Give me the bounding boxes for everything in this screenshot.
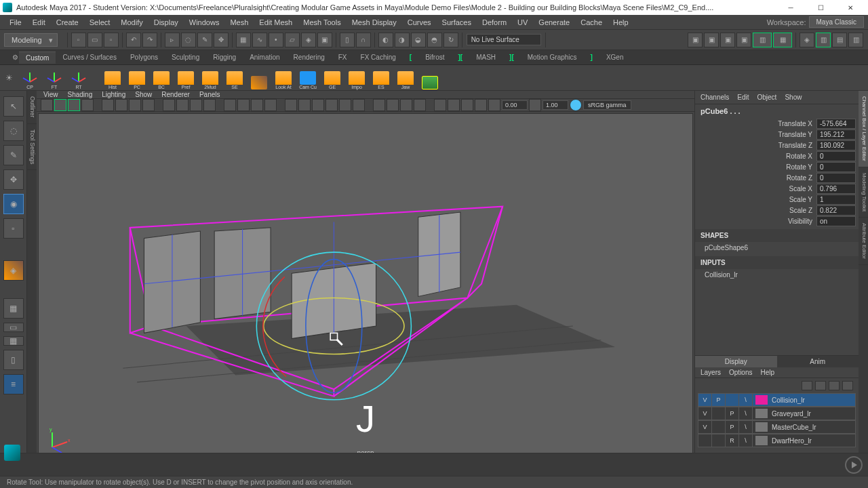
vp-tool-icon[interactable] xyxy=(237,99,250,111)
ch-menu-channels[interactable]: Channels xyxy=(701,94,729,101)
layer-move-up-icon[interactable] xyxy=(802,381,812,390)
vp-tool-icon[interactable] xyxy=(488,99,500,111)
menu-create[interactable]: Create xyxy=(51,16,84,28)
vp-menu-lighting[interactable]: Lighting xyxy=(102,91,125,98)
shelf-item[interactable]: GE xyxy=(321,66,344,89)
vp-tool-icon[interactable] xyxy=(434,99,446,111)
right-tab-channelbox[interactable]: Channel Box / Layer Editor xyxy=(859,91,868,167)
layer-row[interactable]: VP\Collision_lr xyxy=(698,393,856,407)
menu-uv[interactable]: UV xyxy=(512,16,533,28)
menu-display[interactable]: Display xyxy=(149,16,184,28)
input-name[interactable]: Collision_lr xyxy=(695,269,859,281)
sym-z-icon[interactable]: ◒ xyxy=(411,33,426,47)
history-icon[interactable]: ↻ xyxy=(443,33,458,47)
select-tool[interactable]: ↖ xyxy=(3,96,24,117)
menu-edit[interactable]: Edit xyxy=(27,16,51,28)
snap-plane-icon[interactable]: ▱ xyxy=(285,33,300,47)
vp-menu-show[interactable]: Show xyxy=(135,91,152,98)
toolsettings-tab[interactable]: Tool Settings xyxy=(27,124,37,171)
channel-value[interactable]: 195.212 xyxy=(816,129,856,140)
menu-select[interactable]: Select xyxy=(84,16,116,28)
sym-off-icon[interactable]: ◓ xyxy=(427,33,442,47)
vp-tool-icon[interactable] xyxy=(529,99,541,111)
shelf-tab-rendering[interactable]: Rendering xyxy=(287,52,332,63)
shelf-tab-sculpting[interactable]: Sculpting xyxy=(165,52,206,63)
shelf-tab-bifrost[interactable]: Bifrost xyxy=(418,52,451,63)
layer-new-empty-icon[interactable] xyxy=(829,381,840,390)
shelf-item[interactable]: Hist xyxy=(101,66,124,89)
right-tab-attribute[interactable]: Attribute Editor xyxy=(859,218,868,265)
channel-value[interactable]: 0 xyxy=(816,151,856,161)
menu-generate[interactable]: Generate xyxy=(533,16,575,28)
shelf-item[interactable]: Cam Cu xyxy=(296,66,319,89)
vp-tool-icon[interactable] xyxy=(81,99,94,111)
shelf-tab-xgen[interactable]: XGen xyxy=(599,52,631,63)
view-cube-icon[interactable]: ▦ xyxy=(3,298,24,319)
magnet-icon[interactable]: ∩ xyxy=(356,33,371,47)
minimize-button[interactable]: ─ xyxy=(776,0,806,15)
shelf-tab-curves[interactable]: Curves / Surfaces xyxy=(56,52,123,63)
shelf-tab-custom[interactable]: Custom xyxy=(19,52,56,64)
vp-tool-icon[interactable] xyxy=(203,99,216,111)
redo-icon[interactable]: ↷ xyxy=(142,33,157,47)
ch-menu-edit[interactable]: Edit xyxy=(737,94,749,101)
channel-value[interactable]: -575.664 xyxy=(816,119,856,129)
layout-four-icon[interactable]: ▦ xyxy=(3,336,24,346)
vp-tool-icon[interactable] xyxy=(387,99,399,111)
snap-view-icon[interactable]: ▣ xyxy=(317,33,332,47)
vp-colorspace[interactable]: sRGB gamma xyxy=(583,100,631,110)
layer-tab-display[interactable]: Display xyxy=(695,356,777,367)
vp-tool-icon[interactable] xyxy=(68,99,80,111)
menu-deform[interactable]: Deform xyxy=(477,16,512,28)
shelf-item[interactable]: PC xyxy=(125,66,149,89)
shelf-item[interactable]: ES xyxy=(370,66,393,89)
rotate-tool[interactable]: ◉ xyxy=(3,194,24,214)
layout-single-icon[interactable]: ▭ xyxy=(3,323,24,332)
menu-meshdisplay[interactable]: Mesh Display xyxy=(347,16,402,28)
channel-value[interactable]: 0 xyxy=(816,162,856,172)
vp-tool-icon[interactable] xyxy=(190,99,202,111)
move-tool[interactable]: ✥ xyxy=(3,169,24,190)
channel-value[interactable]: 0.796 xyxy=(816,184,856,194)
channel-value[interactable]: 0.822 xyxy=(816,205,856,216)
vp-tool-icon[interactable] xyxy=(353,99,365,111)
shelf-item[interactable]: CP xyxy=(18,66,41,89)
handle-icon[interactable]: ✥ xyxy=(214,33,229,47)
vp-gamma-field[interactable]: 1.00 xyxy=(542,100,568,110)
layer-row[interactable]: VP\Graveyard_lr xyxy=(698,407,856,420)
snap-grid-icon[interactable]: ▦ xyxy=(236,33,251,47)
hypershade-icon[interactable]: ▣ xyxy=(736,33,751,47)
new-scene-icon[interactable]: ▫ xyxy=(71,33,86,47)
module-dropdown[interactable]: Modeling xyxy=(4,33,58,47)
shelf-tab-fxcaching[interactable]: FX Caching xyxy=(354,52,403,63)
vp-tool-icon[interactable] xyxy=(448,99,460,111)
maximize-button[interactable]: ☐ xyxy=(806,0,835,15)
channel-box-icon[interactable]: ▥ xyxy=(848,33,863,47)
menu-mesh[interactable]: Mesh xyxy=(224,16,254,28)
undo-icon[interactable]: ↶ xyxy=(126,33,141,47)
close-button[interactable]: ✕ xyxy=(835,0,865,15)
play-button[interactable] xyxy=(845,456,863,474)
live-surface-field[interactable]: No Live Surface xyxy=(467,34,541,45)
shelf-item[interactable]: RT xyxy=(67,66,90,89)
shelf-item[interactable] xyxy=(248,66,271,89)
shelf-item[interactable] xyxy=(418,66,441,89)
menu-cache[interactable]: Cache xyxy=(575,16,608,28)
account-icon[interactable]: ◈ xyxy=(800,33,814,47)
panel-layout-icon[interactable]: ▥ xyxy=(753,33,772,47)
shelf-item[interactable]: Jaw xyxy=(394,66,417,89)
vp-tool-icon[interactable] xyxy=(414,99,426,111)
layer-move-down-icon[interactable] xyxy=(815,381,826,390)
ipr-icon[interactable]: ▣ xyxy=(704,33,719,47)
vp-menu-renderer[interactable]: Renderer xyxy=(161,91,190,98)
lasso-tool[interactable]: ◌ xyxy=(3,121,24,141)
vp-tool-icon[interactable] xyxy=(224,99,236,111)
shelf-item[interactable]: 2Mud xyxy=(199,66,222,89)
vp-tool-icon[interactable] xyxy=(129,99,141,111)
vp-tool-icon[interactable] xyxy=(115,99,127,111)
vp-tool-icon[interactable] xyxy=(312,99,324,111)
layer-menu-options[interactable]: Options xyxy=(729,369,752,376)
vp-tool-icon[interactable] xyxy=(41,99,53,111)
snap-curve-icon[interactable]: ∿ xyxy=(252,33,267,47)
shelf-tab-fx[interactable]: FX xyxy=(332,52,354,63)
